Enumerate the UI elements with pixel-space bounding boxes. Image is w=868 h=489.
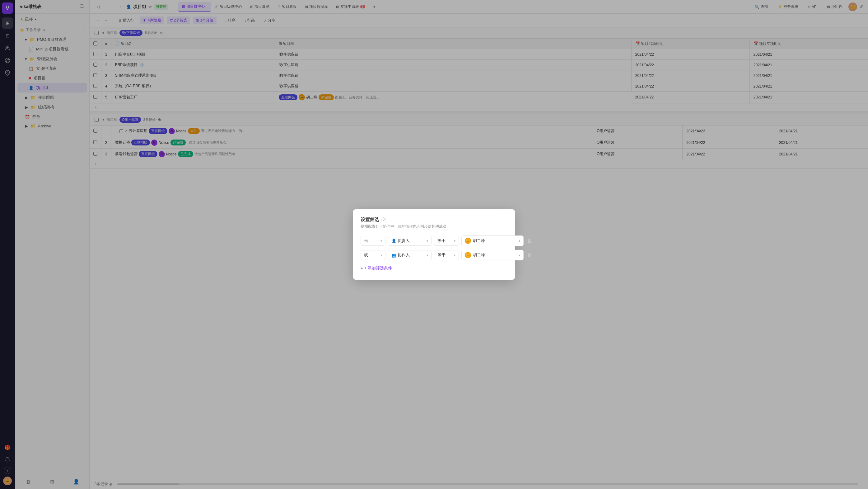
- filter-operator-2[interactable]: 等于 ▾: [434, 250, 459, 260]
- filter-value-1[interactable]: 🐱 胡二峰 ▾: [461, 235, 524, 246]
- condition-arrow-1: ▾: [380, 239, 382, 242]
- condition-arrow-2: ▾: [380, 254, 382, 257]
- filter-field-2-text: 协作人: [398, 252, 410, 258]
- value-arrow-2: ▾: [519, 254, 520, 257]
- filter-row-2: 或... ▾ 👥 协作人 ▾ 等于 ▾ 🐱 胡二峰 ▾ 🗑: [361, 250, 507, 260]
- filter-operator-1-text: 等于: [437, 238, 445, 243]
- filter-condition-2[interactable]: 或... ▾: [361, 250, 385, 260]
- operator-arrow-1: ▾: [454, 239, 456, 242]
- filter-row-1: 当 ▾ 👤 负责人 ▾ 等于 ▾ 🐱 胡二峰 ▾ 🗑: [361, 235, 507, 246]
- user-avatar-filter-1: 🐱: [465, 238, 471, 244]
- filter-field-2[interactable]: 👥 协作人 ▾: [388, 250, 432, 260]
- filter-value-2[interactable]: 🐱 胡二峰 ▾: [461, 250, 524, 260]
- filter-delete-2[interactable]: 🗑: [526, 251, 533, 259]
- filter-field-1-text: 负责人: [398, 238, 410, 243]
- filter-condition-2-text: 或...: [364, 252, 371, 258]
- modal-subtitle: 视图配置处于协同中，你的操作也会同步给其他成员: [361, 224, 507, 229]
- filter-value-1-text: 胡二峰: [473, 238, 485, 243]
- add-filter-label: + 添加筛选条件: [364, 265, 392, 271]
- modal-help-icon[interactable]: ?: [381, 218, 386, 222]
- user-avatar-filter-2: 🐱: [465, 252, 471, 258]
- field-icon-1: 👤: [392, 238, 396, 243]
- field-icon-2: 👥: [392, 253, 396, 258]
- field-arrow-1: ▾: [427, 239, 428, 242]
- filter-modal: 设置筛选 ? 视图配置处于协同中，你的操作也会同步给其他成员 当 ▾ 👤 负责人…: [353, 209, 515, 280]
- modal-title: 设置筛选 ?: [361, 217, 507, 223]
- filter-field-1[interactable]: 👤 负责人 ▾: [388, 236, 432, 246]
- filter-delete-1[interactable]: 🗑: [526, 237, 533, 245]
- add-filter-btn[interactable]: + + 添加筛选条件: [361, 264, 507, 272]
- add-filter-icon: +: [361, 266, 363, 271]
- modal-title-text: 设置筛选: [361, 217, 379, 223]
- value-arrow-1: ▾: [519, 239, 520, 242]
- operator-arrow-2: ▾: [454, 254, 456, 257]
- filter-value-2-text: 胡二峰: [473, 252, 485, 258]
- filter-operator-1[interactable]: 等于 ▾: [434, 236, 459, 246]
- filter-condition-1[interactable]: 当 ▾: [361, 236, 385, 246]
- field-arrow-2: ▾: [427, 254, 428, 257]
- filter-condition-1-text: 当: [364, 238, 368, 243]
- modal-overlay[interactable]: 设置筛选 ? 视图配置处于协同中，你的操作也会同步给其他成员 当 ▾ 👤 负责人…: [0, 0, 868, 489]
- filter-operator-2-text: 等于: [437, 252, 445, 258]
